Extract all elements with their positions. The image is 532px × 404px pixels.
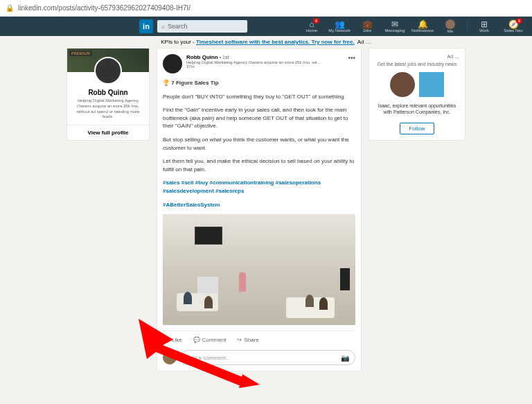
linkedin-logo[interactable]: in <box>139 19 153 33</box>
post-author-name[interactable]: Robb Quinn <box>186 54 218 60</box>
nav-messaging[interactable]: ✉Messaging <box>382 19 408 33</box>
follow-button[interactable]: Follow <box>400 123 434 134</box>
comment-avatar[interactable] <box>163 351 177 365</box>
avatar-icon <box>445 19 455 29</box>
chat-icon: ✉ <box>391 20 398 28</box>
ad-card: Ad … Get the latest jobs and industry ne… <box>369 48 466 141</box>
comment-input[interactable]: Add a comment... 📷 <box>181 350 355 365</box>
trophy-icon: 🏆 <box>163 80 170 86</box>
like-button[interactable]: 👍Like <box>163 337 182 343</box>
share-icon: ↪ <box>237 337 242 343</box>
ad-link[interactable]: Timesheet software with the best analyti… <box>196 39 355 45</box>
nav-notifications[interactable]: 🔔Notifications <box>409 19 436 33</box>
post-hashtags[interactable]: #sales #sell #buy #communicationtraining… <box>163 179 355 195</box>
lock-icon: 🔒 <box>6 4 14 12</box>
search-placeholder: Search <box>168 23 188 30</box>
engagement-bar: 👍Like 💬Comment ↪Share <box>163 331 355 346</box>
ad-label[interactable]: Ad … <box>375 54 459 59</box>
share-button[interactable]: ↪Share <box>237 337 258 343</box>
url-text: linkedin.com/posts/activity-657936296202… <box>18 4 190 12</box>
sponsored-line: KPIs to your - Timesheet software with t… <box>0 36 532 48</box>
ad-company-logo <box>419 72 444 97</box>
post-time: 37m <box>186 64 355 69</box>
briefcase-icon: 💼 <box>362 20 373 28</box>
comment-button[interactable]: 💬Comment <box>193 337 227 343</box>
ad-headline: Get the latest jobs and industry news <box>375 62 459 67</box>
profile-avatar[interactable] <box>94 57 122 85</box>
profile-name[interactable]: Robb Quinn <box>67 89 149 96</box>
view-profile-button[interactable]: View full profile <box>67 125 149 140</box>
home-badge: 6 <box>313 18 319 24</box>
post-card: Robb Quinn • 1st Helping Digital Marketi… <box>157 48 362 371</box>
comment-placeholder: Add a comment... <box>187 355 231 361</box>
nav-home[interactable]: ⌂Home6 <box>299 19 325 33</box>
bell-icon: 🔔 <box>418 20 428 28</box>
grid-icon: ⊞ <box>481 20 488 28</box>
profile-desc: Helping Digital Marketing Agency Owners … <box>67 96 149 122</box>
nav-network[interactable]: 👥My Network <box>326 19 353 33</box>
people-icon: 👥 <box>335 20 345 28</box>
post-menu-button[interactable]: ••• <box>348 54 355 62</box>
search-input[interactable]: ⌕ Search <box>157 20 247 33</box>
post-body: 🏆 7 Figure Sales Tip People don't "BUY I… <box>163 79 355 209</box>
ad-user-avatar <box>390 72 415 97</box>
svg-marker-4 <box>239 374 260 388</box>
camera-icon[interactable]: 📷 <box>341 354 349 362</box>
nav-me[interactable]: Me <box>437 19 463 33</box>
nav-work[interactable]: ⊞Work <box>471 19 497 33</box>
like-icon: 👍 <box>163 337 170 343</box>
nav-jobs[interactable]: 💼Jobs <box>354 19 380 33</box>
salesnav-badge: 6 <box>516 18 522 24</box>
url-bar[interactable]: 🔒 linkedin.com/posts/activity-6579362962… <box>0 0 532 17</box>
premium-badge: PREMIUM <box>69 51 92 56</box>
ad-text: Isaac, explore relevant opportunities wi… <box>375 103 459 115</box>
top-nav: in ⌕ Search ⌂Home6 👥My Network 💼Jobs ✉Me… <box>0 17 532 36</box>
search-icon: ⌕ <box>161 23 165 30</box>
post-hashtag-brand[interactable]: #ABetterSalesSystem <box>163 201 355 209</box>
post-image[interactable] <box>163 214 355 325</box>
profile-card: PREMIUM Robb Quinn Helping Digital Marke… <box>66 48 150 141</box>
nav-salesnav[interactable]: 🧭Sales Nav6 <box>499 19 528 33</box>
post-author-avatar[interactable] <box>163 54 182 73</box>
comment-icon: 💬 <box>193 337 200 343</box>
